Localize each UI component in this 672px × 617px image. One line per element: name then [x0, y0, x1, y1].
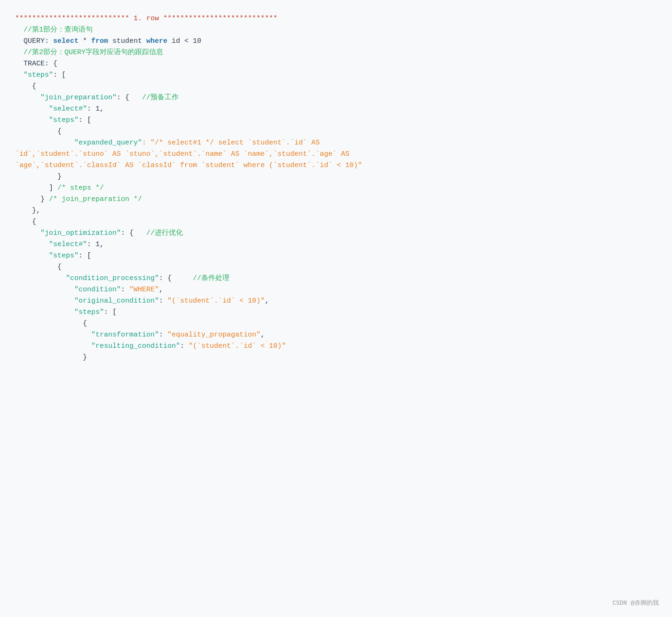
code-token — [15, 94, 40, 102]
code-token: : [ — [79, 116, 91, 124]
code-token: "steps" — [24, 71, 53, 79]
code-line: "steps": [ — [15, 250, 657, 262]
code-token — [15, 286, 74, 294]
code-token: select — [53, 37, 79, 45]
code-line: "join_optimization": { //进行优化 — [15, 228, 657, 239]
code-token: "equality_propagation" — [167, 331, 261, 339]
code-token: , — [265, 297, 269, 305]
code-token: }, — [15, 207, 40, 215]
code-line: "expanded_query": "/* select#1 */ select… — [15, 137, 657, 149]
code-token: } — [15, 173, 62, 181]
code-token: "steps" — [74, 308, 104, 316]
code-token: "condition" — [74, 286, 121, 294]
code-token — [15, 297, 74, 305]
code-token — [15, 252, 49, 260]
code-token — [15, 139, 74, 147]
code-line: "steps": [ — [15, 115, 657, 126]
code-token: student — [108, 37, 146, 45]
code-token: TRACE: { — [15, 60, 57, 68]
code-line: *************************** 1. row *****… — [15, 13, 657, 24]
code-token — [15, 274, 66, 282]
code-token: "steps" — [49, 116, 79, 124]
code-token: { — [15, 263, 62, 271]
code-line: "transformation": "equality_propagation"… — [15, 329, 657, 341]
code-line: { — [15, 318, 657, 329]
code-token: : — [159, 331, 167, 339]
code-line: QUERY: select * from student where id < … — [15, 36, 657, 47]
code-token: : { — [117, 94, 142, 102]
code-token: "expanded_query" — [74, 139, 142, 147]
code-token: "transformation" — [91, 331, 159, 339]
code-token: "condition_processing" — [66, 274, 159, 282]
code-line: } — [15, 171, 657, 183]
code-token: //进行优化 — [146, 229, 183, 237]
code-token: "join_optimization" — [40, 229, 121, 237]
code-token: : [ — [79, 252, 91, 260]
code-line: TRACE: { — [15, 58, 657, 70]
code-token: //条件处理 — [193, 274, 229, 282]
code-token: //第2部分：QUERY字段对应语句的跟踪信息 — [15, 48, 163, 56]
code-token: QUERY: — [15, 37, 53, 45]
code-token: where — [146, 37, 167, 45]
code-token: : 1, — [87, 105, 104, 113]
code-token: ] — [15, 184, 57, 192]
code-token — [15, 105, 49, 113]
code-token: //预备工作 — [142, 94, 179, 102]
code-token — [15, 331, 91, 339]
code-token: : 1, — [87, 240, 104, 248]
code-token: "resulting_condition" — [91, 342, 180, 350]
code-token — [15, 240, 49, 248]
code-token: , — [159, 286, 163, 294]
code-line: "condition": "WHERE", — [15, 284, 657, 296]
code-line: { — [15, 126, 657, 137]
code-line: `age`,`student`.`classId` AS `classId` f… — [15, 160, 657, 171]
code-token: : — [159, 297, 167, 305]
code-token: /* join_preparation */ — [49, 195, 142, 203]
code-line: }, — [15, 205, 657, 216]
code-line: //第1部分：查询语句 — [15, 24, 657, 36]
code-token: { — [15, 320, 87, 328]
code-token: , — [261, 331, 265, 339]
code-token: "select#" — [49, 240, 87, 248]
code-token: : [ — [53, 71, 66, 79]
code-token: "join_preparation" — [40, 94, 117, 102]
code-token: "select#" — [49, 105, 87, 113]
code-line: } — [15, 352, 657, 363]
code-line: ] /* steps */ — [15, 183, 657, 194]
code-line: { — [15, 81, 657, 92]
code-token: { — [15, 82, 36, 90]
code-token: "original_condition" — [74, 297, 159, 305]
code-token: } — [15, 195, 49, 203]
code-token: : { — [159, 274, 193, 282]
code-token — [15, 229, 40, 237]
code-line: "steps": [ — [15, 307, 657, 318]
code-token — [15, 71, 24, 79]
code-line: "steps": [ — [15, 70, 657, 81]
code-token — [15, 342, 91, 350]
code-token: "WHERE" — [129, 286, 159, 294]
code-line: "select#": 1, — [15, 239, 657, 250]
code-token: `id`,`student`.`stuno` AS `stuno`,`stude… — [15, 150, 349, 158]
code-line: //第2部分：QUERY字段对应语句的跟踪信息 — [15, 47, 657, 58]
code-token: : [ — [104, 308, 117, 316]
code-token: /* steps */ — [57, 184, 104, 192]
code-token: : { — [121, 229, 146, 237]
code-line: "original_condition": "(`student`.`id` <… — [15, 296, 657, 307]
code-block: *************************** 1. row *****… — [0, 0, 672, 617]
code-token — [15, 116, 49, 124]
code-line: } /* join_preparation */ — [15, 194, 657, 205]
code-token — [15, 308, 74, 316]
code-token: : "/* select#1 */ select `student`.`id` … — [142, 139, 320, 147]
code-token: } — [15, 353, 87, 361]
code-token: "steps" — [49, 252, 79, 260]
code-token: { — [15, 218, 36, 226]
code-line: "join_preparation": { //预备工作 — [15, 92, 657, 104]
code-line: "select#": 1, — [15, 104, 657, 115]
code-token: "(`student`.`id` < 10)" — [189, 342, 286, 350]
code-token: `age`,`student`.`classId` AS `classId` f… — [15, 161, 362, 169]
code-token: *************************** 1. row *****… — [15, 15, 277, 23]
code-line: { — [15, 216, 657, 228]
code-token: * — [79, 37, 91, 45]
code-token: { — [15, 128, 62, 136]
code-line: `id`,`student`.`stuno` AS `stuno`,`stude… — [15, 149, 657, 160]
